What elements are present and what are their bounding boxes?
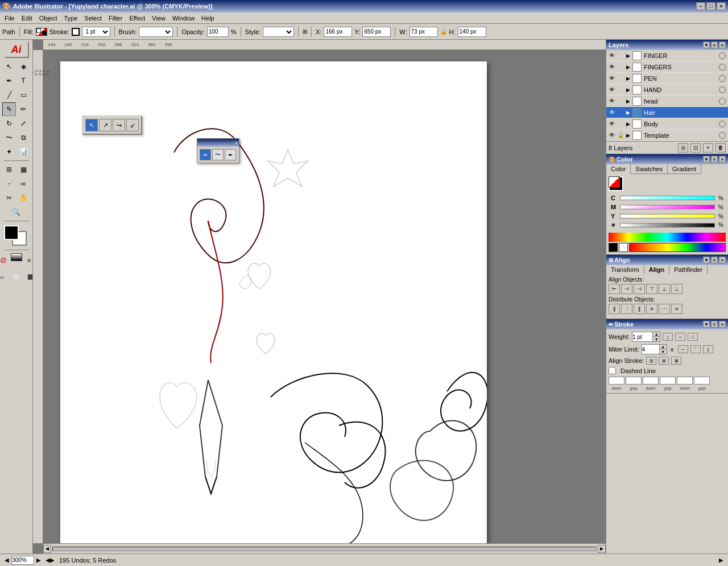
h-scrollbar[interactable]: ◀ ▶: [43, 543, 606, 553]
color-expand-btn[interactable]: ▼: [703, 156, 710, 163]
cap-round[interactable]: ○: [675, 333, 685, 341]
layer-row-pen[interactable]: 👁▶PEN: [606, 73, 728, 84]
layer-row-hair[interactable]: 👁▶Hair: [606, 107, 728, 118]
cap-square[interactable]: □: [688, 333, 698, 341]
dash2-input[interactable]: [643, 377, 659, 385]
weight-input[interactable]: [632, 332, 652, 341]
miter-up[interactable]: ▲: [660, 345, 667, 349]
tab-swatches[interactable]: Swatches: [631, 164, 668, 174]
miter-input[interactable]: [642, 345, 659, 354]
color-menu-btn[interactable]: ≡: [711, 156, 718, 163]
zoom-left-arrow[interactable]: ◀: [5, 557, 9, 563]
align-outside-stroke[interactable]: ⊠: [671, 357, 681, 365]
make-release-btn[interactable]: ⊡: [690, 143, 701, 152]
stroke-close-btn[interactable]: ×: [719, 321, 726, 328]
scale-tool[interactable]: ⤢: [16, 117, 30, 130]
layer-expand-template[interactable]: ▶: [624, 132, 631, 139]
scissors-tool[interactable]: ✂: [2, 191, 16, 205]
align-top[interactable]: ⊤: [646, 284, 657, 294]
gap2-input[interactable]: [660, 377, 676, 385]
menu-item-edit[interactable]: Edit: [18, 14, 36, 23]
brush-type-3[interactable]: ✒: [225, 149, 236, 160]
layer-lock-fingers[interactable]: [617, 63, 624, 71]
menu-item-help[interactable]: Help: [198, 14, 218, 23]
layer-row-fingers[interactable]: 👁▶FINGERS: [606, 61, 728, 73]
color-close-btn[interactable]: ×: [719, 156, 726, 163]
align-center-v[interactable]: ⊥: [659, 284, 670, 294]
layer-target-finger[interactable]: [719, 52, 726, 59]
scroll-left[interactable]: ◀: [43, 545, 51, 553]
swatch-spectrum[interactable]: [629, 243, 726, 252]
join-round[interactable]: ⌒: [690, 345, 701, 353]
brush-palette-close[interactable]: ×: [235, 140, 238, 146]
layer-eye-body[interactable]: 👁: [607, 119, 617, 129]
layer-expand-pen[interactable]: ▶: [624, 75, 631, 82]
layer-eye-finger[interactable]: 👁: [607, 51, 617, 60]
dist-bottom[interactable]: ≡: [671, 304, 682, 314]
y-input[interactable]: [362, 27, 391, 37]
align-expand-btn[interactable]: ▼: [703, 257, 710, 263]
layers-panel-controls[interactable]: ▼ ≡ ×: [703, 42, 726, 48]
gap1-input[interactable]: [626, 377, 642, 385]
layer-eye-head[interactable]: 👁: [607, 97, 617, 106]
swatch-white[interactable]: [619, 243, 628, 252]
layer-expand-fingers[interactable]: ▶: [624, 64, 631, 71]
y-slider[interactable]: [620, 214, 715, 218]
stroke-menu-btn[interactable]: ≡: [711, 321, 718, 328]
layer-target-fingers[interactable]: [719, 64, 726, 71]
layer-lock-hand[interactable]: [617, 86, 624, 94]
layer-target-template[interactable]: [719, 132, 726, 139]
dash1-input[interactable]: [609, 377, 624, 385]
foreground-color-swatch[interactable]: [4, 225, 19, 240]
brush-tool[interactable]: ✎: [2, 102, 16, 116]
stroke-expand-btn[interactable]: ▼: [703, 321, 710, 328]
weight-down[interactable]: ▼: [653, 337, 660, 341]
layer-target-hand[interactable]: [719, 86, 726, 93]
align-inside-stroke[interactable]: ⊞: [659, 357, 669, 365]
line-tool[interactable]: ╱: [2, 88, 16, 102]
tab-color[interactable]: Color: [606, 164, 631, 174]
minimize-button[interactable]: −: [696, 2, 705, 10]
fg-color-box[interactable]: [609, 176, 623, 191]
opacity-input[interactable]: [207, 27, 229, 37]
color-fill[interactable]: [11, 253, 22, 261]
warp-tool[interactable]: 〜: [2, 131, 16, 144]
layer-row-body[interactable]: 👁▶Body: [606, 118, 728, 130]
m-slider[interactable]: [620, 205, 715, 209]
curve-select[interactable]: ↗: [99, 119, 111, 131]
layer-eye-pen[interactable]: 👁: [607, 74, 617, 83]
align-center-stroke[interactable]: ⊟: [646, 357, 656, 365]
layer-target-hair[interactable]: [719, 109, 726, 116]
color-spectrum-bar[interactable]: [609, 233, 726, 242]
layers-expand-btn[interactable]: ▼: [703, 42, 710, 48]
menu-item-object[interactable]: Object: [36, 14, 61, 23]
zoom-input[interactable]: [11, 556, 34, 565]
presentation-mode[interactable]: ⬛: [24, 270, 34, 284]
pencil-tool[interactable]: ✏: [16, 102, 30, 116]
menu-item-select[interactable]: Select: [81, 14, 105, 23]
layers-menu-btn[interactable]: ≡: [711, 42, 718, 48]
tab-transform[interactable]: Transform: [606, 265, 644, 274]
zoom-right-arrow[interactable]: ▶: [36, 557, 41, 563]
brush-dropdown[interactable]: [139, 27, 173, 37]
align-close-btn[interactable]: ×: [719, 257, 726, 263]
locate-object-btn[interactable]: ◎: [678, 143, 688, 152]
dist-center-v[interactable]: ⋯: [659, 304, 670, 314]
h-scroll-thumb[interactable]: [52, 547, 597, 551]
menu-item-filter[interactable]: Filter: [105, 14, 126, 23]
join-miter[interactable]: ⌐: [678, 345, 688, 353]
direct-select[interactable]: ↙: [126, 119, 139, 131]
window-controls[interactable]: − □ ×: [696, 2, 726, 10]
layer-target-pen[interactable]: [719, 75, 726, 82]
menu-item-effect[interactable]: Effect: [126, 14, 148, 23]
layer-expand-body[interactable]: ▶: [624, 121, 631, 127]
dist-top[interactable]: ≡: [646, 304, 657, 314]
rect-tool[interactable]: ▭: [16, 88, 30, 102]
align-menu-btn[interactable]: ≡: [711, 257, 718, 263]
layer-lock-body[interactable]: [617, 120, 624, 128]
style-dropdown[interactable]: [263, 27, 294, 37]
align-right[interactable]: ⊣: [634, 284, 645, 294]
layers-close-btn[interactable]: ×: [719, 42, 726, 48]
dist-center-h[interactable]: ⋮: [621, 304, 632, 314]
arrow-select[interactable]: ↖: [85, 119, 98, 131]
